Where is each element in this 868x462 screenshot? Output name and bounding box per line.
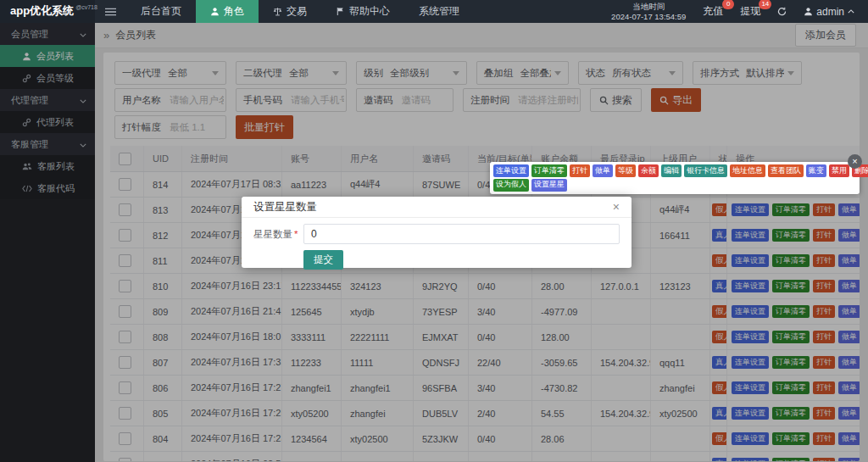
local-time: 当地时间 2024-07-17 13:54:59 <box>611 2 686 22</box>
username: admin <box>816 6 844 18</box>
withdraw-link[interactable]: 提现 14 <box>740 4 760 19</box>
top-navigation: 后台首页角色交易帮助中心系统管理 <box>126 0 474 23</box>
chevron-up-icon <box>848 9 854 14</box>
scales-icon <box>273 7 282 16</box>
btn-set-star[interactable]: 设置星星 <box>531 179 567 192</box>
refresh-icon <box>777 7 787 16</box>
modal-body: 星星数量* 提交 <box>242 218 632 270</box>
user-icon <box>804 7 813 16</box>
nav-system[interactable]: 系统管理 <box>404 0 474 23</box>
user-menu[interactable]: admin <box>804 6 854 18</box>
btn-chain-order[interactable]: 连单设置 <box>493 164 529 177</box>
local-time-value: 2024-07-17 13:54:59 <box>611 12 686 22</box>
modal-title: 设置星星数量 <box>253 200 317 214</box>
btn-view-team[interactable]: 查看团队 <box>768 164 804 177</box>
withdraw-badge: 14 <box>759 0 771 9</box>
row-actions-popover: 连单设置订单清零打针做单等级余额编辑银行卡信息地址信息查看团队账变禁用删除 设为… <box>490 162 860 194</box>
btn-balance[interactable]: 余额 <box>638 164 659 177</box>
person-icon <box>210 7 220 16</box>
popover-close-icon[interactable]: × <box>848 154 862 169</box>
local-time-label: 当地时间 <box>611 2 686 12</box>
topbar: app优化系统 @cv718 后台首页角色交易帮助中心系统管理 当地时间 202… <box>0 0 868 23</box>
app-screen: app优化系统 @cv718 后台首页角色交易帮助中心系统管理 当地时间 202… <box>0 0 868 462</box>
flag-icon <box>336 7 345 16</box>
recharge-badge: 0 <box>722 0 734 9</box>
btn-disable[interactable]: 禁用 <box>829 164 849 177</box>
btn-edit[interactable]: 编辑 <box>661 164 682 177</box>
topbar-right: 当地时间 2024-07-17 13:54:59 充值 0 提现 14 admi… <box>611 2 868 22</box>
btn-order-clear[interactable]: 订单清零 <box>531 164 567 177</box>
app-logo: app优化系统 @cv718 <box>0 0 95 23</box>
btn-account-change[interactable]: 账变 <box>806 164 826 177</box>
nav-role-label: 角色 <box>224 4 244 19</box>
star-count-field: 星星数量* <box>253 224 620 244</box>
recharge-link[interactable]: 充值 0 <box>703 4 723 19</box>
nav-help-label: 帮助中心 <box>349 4 390 19</box>
btn-level[interactable]: 等级 <box>615 164 636 177</box>
btn-inject[interactable]: 打针 <box>570 164 590 177</box>
popover-actions-row1: 连单设置订单清零打针做单等级余额编辑银行卡信息地址信息查看团队账变禁用删除 <box>493 164 856 177</box>
nav-trade-label: 交易 <box>287 4 307 19</box>
nav-system-label: 系统管理 <box>419 4 459 19</box>
nav-home-label: 后台首页 <box>141 4 181 19</box>
menu-icon <box>105 8 116 16</box>
nav-role[interactable]: 角色 <box>196 0 259 23</box>
btn-make-order[interactable]: 做单 <box>593 164 613 177</box>
app-logo-text: app优化系统 <box>10 3 74 19</box>
sidebar-collapse-button[interactable] <box>95 0 126 23</box>
refresh-button[interactable] <box>777 7 787 16</box>
nav-home[interactable]: 后台首页 <box>126 0 196 23</box>
modal-close-icon[interactable]: × <box>613 201 620 213</box>
nav-trade[interactable]: 交易 <box>259 0 321 23</box>
btn-address-info[interactable]: 地址信息 <box>730 164 765 177</box>
submit-button[interactable]: 提交 <box>303 250 343 270</box>
popover-actions-row2: 设为假人设置星星 <box>493 179 856 192</box>
required-mark: * <box>294 229 298 239</box>
nav-help[interactable]: 帮助中心 <box>321 0 404 23</box>
set-star-modal: 设置星星数量 × 星星数量* 提交 <box>242 197 632 268</box>
star-count-input[interactable] <box>303 224 620 244</box>
btn-bank-info[interactable]: 银行卡信息 <box>684 164 727 177</box>
modal-header: 设置星星数量 × <box>242 197 632 218</box>
btn-set-fake[interactable]: 设为假人 <box>493 179 529 192</box>
star-count-label: 星星数量* <box>253 228 298 241</box>
